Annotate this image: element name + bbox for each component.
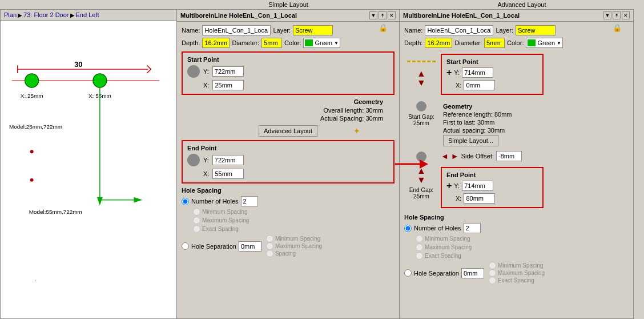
- breadcrumb-item2[interactable]: End Left: [76, 11, 99, 18]
- simple-pin-btn[interactable]: 🖈: [379, 11, 387, 19]
- min-sp-label2: Minimum Spacing: [275, 236, 320, 242]
- adv-depth-input[interactable]: [425, 38, 452, 48]
- start-y-input[interactable]: [212, 66, 244, 77]
- adv-left-controls: ▲ ▼ Start Gap: 25mm ▲ ▼: [404, 50, 438, 212]
- adv-min-sp-radio2: [489, 262, 496, 269]
- breadcrumb: Plan ▶ 73: Floor 2 Door ▶ End Left: [1, 10, 176, 21]
- simple-close-btn[interactable]: ✕: [388, 11, 396, 19]
- adv-name-input[interactable]: [425, 25, 493, 35]
- adv-start-point-box: Start Point + Y: X:: [441, 54, 544, 95]
- adv-ref-length: Reference length: 80mm: [443, 111, 626, 118]
- hole-spacing-section: Hole Spacing Number of Holes Minimum Spa…: [182, 187, 395, 257]
- adv-color-dropdown[interactable]: Green ▼: [526, 38, 563, 48]
- adv-layer-input[interactable]: [516, 25, 556, 35]
- simple-layout-panel: MultiboreInLine HoleEnL_Con_1_Local ▼ 🖈 …: [177, 9, 400, 319]
- start-x-input[interactable]: [212, 80, 244, 90]
- hole-sep-input[interactable]: [239, 241, 261, 252]
- depth-input[interactable]: [202, 38, 230, 48]
- adv-max-sp-radio2: [489, 269, 496, 277]
- adv-name-label: Name:: [404, 27, 422, 34]
- layer-label: Layer:: [273, 27, 291, 34]
- hole-spacing-title: Hole Spacing: [182, 187, 395, 194]
- dashed-reference-line: [407, 61, 436, 62]
- name-input[interactable]: [202, 25, 271, 35]
- diameter-input[interactable]: [261, 38, 282, 48]
- adv-color-label: Color:: [507, 39, 524, 46]
- num-holes-row: Number of Holes: [182, 196, 395, 206]
- breadcrumb-plan[interactable]: Plan: [4, 11, 17, 18]
- geometry-section: Geometry Overall length: 30mm Actual Spa…: [182, 98, 395, 122]
- hole-sep-radio[interactable]: [182, 242, 189, 250]
- adv-diameter-label: Diameter:: [454, 39, 482, 46]
- adv-dropdown-btn[interactable]: ▼: [603, 11, 611, 19]
- color-dropdown[interactable]: Green ▼: [303, 38, 340, 48]
- adv-end-x-input[interactable]: [464, 193, 495, 204]
- adv-start-point-title: Start Point: [446, 58, 538, 65]
- end-point-title: End Point: [187, 145, 389, 151]
- simple-dropdown-btn[interactable]: ▼: [369, 11, 377, 19]
- adv-min-sp-label2: Minimum Spacing: [498, 262, 543, 269]
- name-label: Name:: [182, 27, 200, 34]
- num-holes-input[interactable]: [241, 196, 258, 206]
- exact-sp-label2: Spacing: [275, 250, 296, 257]
- max-sp-radio2: [266, 242, 273, 250]
- side-offset-input[interactable]: [496, 151, 522, 161]
- layer-input[interactable]: [293, 25, 333, 35]
- adv-num-holes-input[interactable]: [464, 223, 481, 233]
- end-point-circle: [187, 154, 200, 166]
- adv-end-y-input[interactable]: [462, 181, 493, 191]
- svg-text:Model:25mm,722mm: Model:25mm,722mm: [9, 123, 62, 130]
- end-gap-label-group: End Gap: 25mm: [409, 187, 433, 200]
- svg-point-6: [25, 74, 39, 87]
- adv-lock-icon: 🔒: [613, 23, 622, 32]
- start-gap-arrows: ▲ ▼: [417, 69, 426, 87]
- adv-pin-btn[interactable]: 🖈: [613, 11, 621, 19]
- adv-num-holes-radio[interactable]: [404, 225, 412, 232]
- svg-point-14: [30, 150, 34, 153]
- adv-end-section: ◄ ► Side Offset: End Point + Y:: [441, 151, 629, 212]
- adv-exact-spacing-radio: [416, 252, 423, 260]
- side-offset-label: Side Offset:: [461, 153, 494, 160]
- end-point-box: End Point Y: X:: [182, 140, 395, 184]
- end-x-label: X:: [203, 170, 209, 177]
- plan-diagram: 30 X: 25mm X: 55mm Model:25mm,722mm: [1, 21, 176, 317]
- adv-end-plus-icon: +: [446, 181, 452, 191]
- side-offset-row: ◄ ► Side Offset:: [441, 151, 629, 161]
- adv-geometry-title: Geometry: [443, 103, 626, 110]
- end-x-input[interactable]: [212, 169, 244, 179]
- adv-right-content: Start Point + Y: X: Geometry: [441, 50, 629, 212]
- adv-max-spacing-label: Maximum Spacing: [425, 244, 472, 250]
- simple-layout-btn[interactable]: Simple Layout...: [443, 135, 498, 146]
- adv-start-x-input[interactable]: [464, 80, 495, 90]
- adv-hole-sep-radio[interactable]: [404, 269, 412, 277]
- adv-end-x-label: X:: [456, 195, 461, 202]
- end-y-label: Y:: [203, 157, 209, 164]
- start-gap-up-arrow: ▲: [417, 69, 426, 78]
- adv-hole-sep-input[interactable]: [461, 268, 484, 278]
- adv-hole-sep-row: Hole Separation Minimum Spacing Maximum …: [404, 262, 629, 284]
- adv-close-btn[interactable]: ✕: [622, 11, 630, 19]
- breadcrumb-item1[interactable]: 73: Floor 2 Door: [23, 11, 69, 18]
- adv-exact-sp-radio2: [489, 277, 496, 284]
- start-point-title: Start Point: [187, 56, 389, 63]
- adv-hole-spacing-title: Hole Spacing: [404, 214, 629, 221]
- adv-panel-titlebar: MultiboreInLine HoleEnL_Con_1_Local ▼ 🖈 …: [400, 10, 633, 22]
- adv-color-swatch: [528, 39, 536, 46]
- color-swatch: [305, 39, 313, 46]
- depth-row: Depth: Diameter: Color: Green ▼: [182, 38, 395, 48]
- adv-max-spacing-radio: [416, 244, 423, 251]
- svg-line-3: [147, 69, 151, 73]
- color-label: Color:: [284, 39, 301, 46]
- svg-text:Model:55mm,722mm: Model:55mm,722mm: [29, 209, 82, 215]
- adv-start-y-input[interactable]: [462, 67, 493, 78]
- num-holes-radio[interactable]: [182, 198, 189, 205]
- advanced-layout-btn[interactable]: Advanced Layout: [259, 125, 317, 137]
- adv-start-plus-icon: +: [446, 67, 452, 78]
- adv-exact-sp-label2: Exact Spacing: [498, 277, 534, 284]
- svg-point-8: [93, 74, 107, 87]
- svg-text:30: 30: [74, 60, 82, 69]
- end-y-input[interactable]: [212, 155, 244, 165]
- plan-view-panel: Plan ▶ 73: Floor 2 Door ▶ End Left 30: [0, 9, 177, 319]
- geometry-title: Geometry: [184, 98, 395, 105]
- adv-diameter-input[interactable]: [484, 38, 505, 48]
